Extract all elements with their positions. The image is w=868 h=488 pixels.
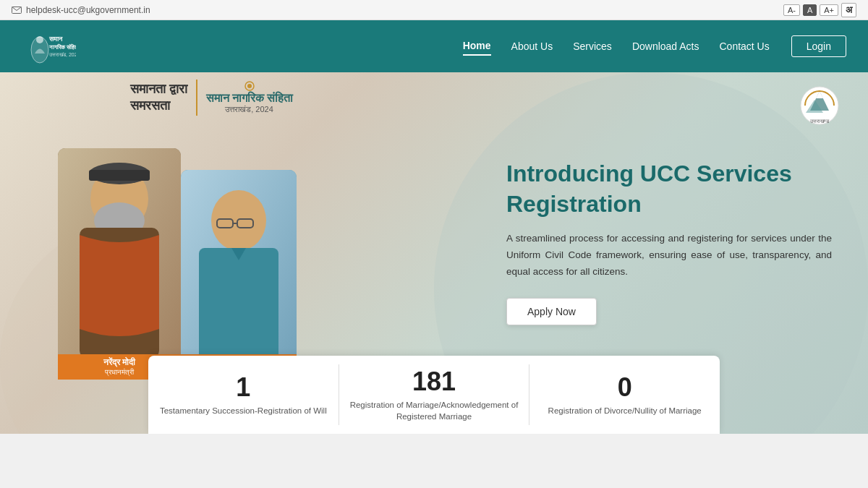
font-normal-btn[interactable]: A [803, 4, 817, 16]
email-bar: helpdesk-ucc@ukgovernment.in [12, 5, 150, 15]
hero-section: समानता द्वारा समरसता समान नागरिक संहिता … [0, 72, 868, 434]
header: समान नागरिक संहिता उत्तराखंड, 2024 Home … [0, 20, 868, 72]
nav-services[interactable]: Services [573, 38, 612, 55]
email-icon [12, 7, 22, 14]
main-nav: Home About Us Services Download Acts Con… [463, 37, 770, 56]
svg-text:उत्तराखण्ड: उत्तराखण्ड [809, 119, 830, 124]
hero-description: A streamlined process for accessing and … [506, 231, 832, 281]
apply-now-button[interactable]: Apply Now [506, 298, 597, 325]
svg-text:नागरिक संहिता: नागरिक संहिता [48, 43, 76, 51]
stat-2-label: Registration of Marriage/Acknowledgement… [348, 399, 521, 422]
slogan-line1: समानता द्वारा [130, 81, 187, 98]
hero-logo-icon [239, 81, 260, 92]
nav-contact[interactable]: Contact Us [719, 38, 769, 55]
state-emblem-icon: उत्तराखण्ड [794, 85, 845, 136]
nav-download[interactable]: Download Acts [632, 38, 699, 55]
hero-logo-year: उत्तराखंड, 2024 [225, 105, 273, 114]
svg-text:समान: समान [48, 35, 63, 43]
nav-home[interactable]: Home [463, 37, 491, 56]
stat-3-label: Registration of Divorce/Nullity of Marri… [548, 405, 702, 416]
login-button[interactable]: Login [791, 35, 846, 57]
logo-area: समान नागरिक संहिता उत्तराखंड, 2024 [22, 28, 76, 64]
hero-slogan: समानता द्वारा समरसता [130, 81, 187, 115]
svg-text:उत्तराखंड, 2024: उत्तराखंड, 2024 [48, 52, 76, 57]
hero-divider [196, 80, 197, 116]
hero-top-banner: समानता द्वारा समरसता समान नागरिक संहिता … [130, 80, 293, 116]
svg-point-20 [211, 190, 266, 251]
font-special-btn[interactable]: अ [841, 3, 856, 17]
svg-point-5 [36, 36, 43, 43]
email-text: helpdesk-ucc@ukgovernment.in [26, 5, 150, 15]
person1-box: नरेंद्र मोदी प्रधानमंत्री [58, 148, 181, 380]
person2-box: पुष्कर सिंह धामी मुख्यमंत्री, उत्तराखंड [181, 170, 297, 380]
font-increase-btn[interactable]: A+ [820, 4, 838, 16]
person1-image [58, 148, 181, 380]
font-decrease-btn[interactable]: A- [783, 4, 800, 16]
stat-item-1: 1 Testamentary Succession-Registration o… [148, 356, 339, 434]
font-controls: A- A A+ अ [783, 3, 856, 17]
person2-image [181, 170, 297, 380]
svg-rect-24 [199, 248, 278, 367]
slogan-line2: समरसता [130, 98, 187, 114]
site-logo-icon: समान नागरिक संहिता उत्तराखंड, 2024 [22, 28, 76, 64]
svg-point-7 [247, 84, 252, 88]
hero-title: Introducing UCC Services Registration [506, 159, 832, 219]
person2-silhouette [181, 170, 297, 380]
person1-silhouette [58, 148, 181, 380]
stat-1-number: 1 [236, 373, 250, 402]
hero-people: नरेंद्र मोदी प्रधानमंत्री [58, 148, 297, 380]
stat-3-number: 0 [618, 373, 632, 402]
stats-bar: 1 Testamentary Succession-Registration o… [148, 356, 720, 434]
hero-logo-hindi: समान नागरिक संहिता [206, 92, 293, 105]
stat-item-3: 0 Registration of Divorce/Nullity of Mar… [529, 356, 720, 434]
nav-about[interactable]: About Us [511, 38, 553, 55]
stat-item-2: 181 Registration of Marriage/Acknowledge… [339, 356, 529, 434]
hero-logo-text: समान नागरिक संहिता उत्तराखंड, 2024 [206, 81, 293, 114]
stat-1-label: Testamentary Succession-Registration of … [160, 405, 327, 416]
state-emblem: उत्तराखण्ड [792, 83, 846, 137]
stat-2-number: 181 [412, 367, 456, 396]
hero-content: Introducing UCC Services Registration A … [506, 159, 832, 325]
top-bar: helpdesk-ucc@ukgovernment.in A- A A+ अ [0, 0, 868, 20]
svg-rect-16 [89, 170, 150, 181]
